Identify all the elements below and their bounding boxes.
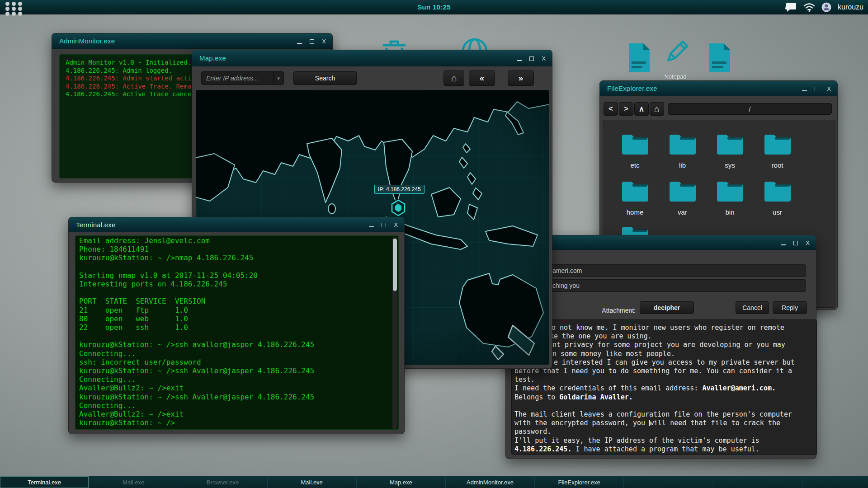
mail-body-line: before that I need you to do something f… — [514, 367, 816, 375]
mail-body-line: ant privacy for some project you are dev… — [514, 341, 816, 349]
wifi-icon[interactable] — [803, 3, 815, 12]
map-title: Map.exe — [199, 54, 226, 62]
taskbar-item-mail-exe[interactable]: Mail.exe — [268, 476, 357, 488]
home-button[interactable]: ⌂ — [650, 102, 664, 116]
minimize-icon[interactable] — [802, 86, 807, 91]
attachment-decipher-button[interactable]: decipher — [640, 301, 694, 314]
folder-bin[interactable]: bin — [706, 179, 754, 216]
terminal-titlebar[interactable]: Terminal.exe X — [69, 217, 404, 232]
close-icon[interactable]: X — [322, 38, 326, 44]
admin-monitor-title: AdminMonitor.exe — [59, 37, 115, 45]
path-field[interactable]: / — [668, 103, 832, 115]
ip-marker-label: IP: 4.186.226.245 — [374, 185, 425, 194]
folder-usr[interactable]: usr — [754, 179, 801, 216]
close-icon[interactable]: X — [806, 240, 810, 246]
close-icon[interactable]: X — [394, 222, 398, 228]
mail-body-line — [514, 402, 816, 410]
mail-body-line: o not know me. I monitor new users who r… — [514, 324, 816, 332]
terminal-line: Connecting... — [79, 349, 398, 358]
document-glyph — [627, 42, 652, 73]
reply-button[interactable]: Reply — [773, 301, 807, 314]
chevron-down-icon[interactable]: ▾ — [273, 72, 283, 84]
chat-icon[interactable] — [785, 2, 797, 12]
taskbar-item-map-exe[interactable]: Map.exe — [357, 476, 446, 488]
minimize-icon[interactable] — [517, 56, 522, 61]
taskbar-item-adminmonitor-exe[interactable]: AdminMonitor.exe — [446, 476, 535, 488]
minimize-icon[interactable] — [369, 222, 374, 227]
folder-icon — [621, 179, 649, 202]
ip-search-input[interactable] — [201, 71, 284, 85]
taskbar-item-terminal-exe[interactable]: Terminal.exe — [0, 476, 89, 488]
terminal-output[interactable]: Email address: Jensl@evelc.comPhone: 184… — [75, 235, 399, 430]
mail-body-line: with the encrypted password, you will ne… — [514, 419, 816, 427]
terminal-line: kurouzu@kStation: ~ />ssh avaller@jasper… — [79, 340, 398, 349]
mail-body-line: test. — [514, 375, 816, 384]
folder-sys[interactable]: sys — [706, 132, 754, 169]
mail-subject-field[interactable]: ching you — [515, 279, 806, 292]
terminal-line: kurouzu@kStation: ~ /> — [79, 418, 398, 427]
scrollbar-thumb[interactable] — [393, 239, 397, 291]
search-button[interactable]: Search — [293, 71, 357, 85]
folder-icon — [764, 179, 792, 202]
folder-label: lib — [679, 161, 686, 169]
notepad-icon[interactable]: Notepad — [661, 38, 690, 80]
home-button[interactable]: ⌂ — [443, 70, 464, 86]
notepad-label: Notepad — [664, 73, 686, 80]
terminal-line: kurouzu@kStation: ~ />nmap 4.186.226.245 — [79, 253, 398, 262]
folder-label: home — [627, 208, 644, 216]
admin-monitor-titlebar[interactable]: AdminMonitor.exe X — [52, 33, 332, 49]
mail-body-line: I'll put it easy, the IP address of the … — [514, 436, 816, 445]
terminal-line: Starting nmap v1.0 at 2017-11-25 04:05:2… — [79, 271, 398, 280]
back-button[interactable]: < — [604, 102, 618, 116]
folder-root[interactable]: root — [754, 132, 801, 169]
user-avatar[interactable] — [821, 2, 831, 12]
folder-label: etc — [630, 161, 639, 169]
maximize-icon[interactable] — [310, 39, 314, 44]
maximize-icon[interactable] — [793, 241, 798, 245]
mail-to-field[interactable]: ameri.com — [515, 264, 806, 277]
maximize-icon[interactable] — [529, 56, 534, 61]
close-icon[interactable]: X — [542, 56, 546, 61]
terminal-line — [79, 288, 398, 297]
mail-body-line: password. — [514, 427, 816, 436]
forward-button[interactable]: > — [619, 102, 633, 116]
maximize-icon[interactable] — [382, 223, 386, 227]
maximize-icon[interactable] — [815, 87, 819, 91]
scrollbar-track[interactable] — [392, 237, 397, 429]
minimize-icon[interactable] — [297, 39, 302, 44]
map-titlebar[interactable]: Map.exe X — [192, 50, 552, 66]
cancel-button[interactable]: Cancel — [736, 301, 769, 314]
taskbar-item-browser-exe[interactable]: Browser.exe — [178, 476, 267, 488]
terminal-line — [79, 263, 398, 271]
folder-label: root — [772, 161, 783, 169]
close-icon[interactable]: X — [827, 86, 831, 92]
folder-icon — [669, 179, 697, 202]
file-explorer-titlebar[interactable]: FileExplorer.exe X — [600, 81, 837, 96]
mail-body-line: Belongs to Goldarina Avaller. — [514, 393, 816, 402]
folder-var[interactable]: var — [659, 179, 706, 216]
folder-icon — [716, 179, 744, 202]
terminal-line: Interesting ports on 4.186.226.245 — [79, 280, 398, 288]
ip-marker-icon[interactable] — [389, 198, 407, 219]
file-icon-2[interactable] — [707, 42, 732, 73]
terminal-title: Terminal.exe — [76, 221, 115, 229]
file-icon-1[interactable] — [627, 42, 652, 73]
up-button[interactable]: ∧ — [634, 102, 649, 116]
folder-home[interactable]: home — [611, 179, 659, 216]
minimize-icon[interactable] — [781, 240, 786, 245]
pencil-glyph — [661, 38, 690, 70]
taskbar-item-fileexplorer-exe[interactable]: FileExplorer.exe — [535, 476, 624, 488]
username: kurouzu — [838, 3, 863, 11]
prev-button[interactable]: « — [469, 70, 495, 86]
terminal-window: Terminal.exe X Email address: Jensl@evel… — [68, 217, 405, 434]
folder-etc[interactable]: etc — [611, 132, 659, 169]
terminal-line: Avaller@Bullz2: ~ />exit — [79, 410, 398, 418]
next-button[interactable]: » — [508, 70, 534, 86]
mail-body[interactable]: o not know me. I monitor new users who r… — [511, 319, 817, 455]
terminal-line: Connecting... — [79, 401, 398, 410]
folder-lib[interactable]: lib — [659, 132, 706, 169]
terminal-line: Connecting... — [79, 375, 398, 384]
top-bar: Sun 10:25 kurouzu — [0, 0, 868, 14]
taskbar-item-mail-exe[interactable]: Mail.exe — [89, 476, 178, 488]
folder-label: sys — [725, 161, 735, 169]
